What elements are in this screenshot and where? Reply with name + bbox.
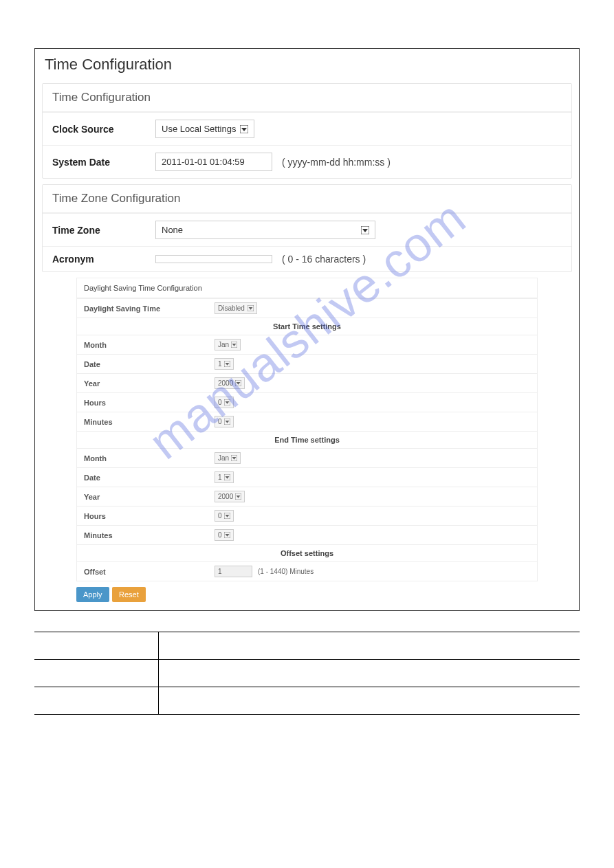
offset-row: Offset 1 (1 - 1440) Minutes [77,561,537,581]
start-month-label: Month [84,341,215,349]
offset-hint: (1 - 1440) Minutes [258,568,314,575]
end-minutes-value: 0 [218,531,222,539]
reset-button[interactable]: Reset [112,587,146,602]
acronym-input[interactable] [155,255,272,263]
clock-source-row: Clock Source Use Local Settings [43,112,571,145]
offset-label: Offset [84,568,215,576]
system-date-label: System Date [52,157,155,168]
clock-source-value: Use Local Settings [162,124,236,134]
end-year-select[interactable]: 2000 [215,491,245,502]
dst-mode-select[interactable]: Disabled [215,302,257,314]
offset-heading: Offset settings [77,544,537,561]
start-month-row: Month Jan [77,335,537,354]
table-row [34,660,580,687]
start-time-heading: Start Time settings [77,318,537,335]
end-year-value: 2000 [218,493,233,500]
timezone-label: Time Zone [52,225,155,236]
start-hours-select[interactable]: 0 [215,397,234,408]
start-year-select[interactable]: 2000 [215,377,245,389]
end-minutes-select[interactable]: 0 [215,529,234,541]
time-config-panel: Time Configuration Clock Source Use Loca… [42,83,572,179]
start-hours-value: 0 [218,399,222,406]
start-month-value: Jan [218,341,229,348]
end-hours-row: Hours 0 [77,506,537,525]
config-screenshot: manualshive.com Time Configuration Time … [34,48,580,611]
chevron-down-icon [231,455,237,461]
chevron-down-icon [224,399,230,405]
end-date-value: 1 [218,474,222,481]
system-date-row: System Date 2011-01-01 01:04:59 ( yyyy-m… [43,145,571,178]
chevron-down-icon [235,380,241,386]
dst-mode-value: Disabled [218,304,245,312]
timezone-panel: Time Zone Configuration Time Zone None A… [42,184,572,272]
chevron-down-icon [235,493,241,500]
end-month-label: Month [84,454,215,463]
start-year-label: Year [84,379,215,388]
chevron-down-icon [240,125,248,133]
start-minutes-value: 0 [218,418,222,425]
end-date-select[interactable]: 1 [215,471,234,483]
dst-panel: Daylight Saving Time Configuration Dayli… [76,278,538,581]
end-month-value: Jan [218,454,229,462]
start-hours-label: Hours [84,399,215,407]
page-title: Time Configuration [35,49,579,79]
timezone-heading: Time Zone Configuration [43,185,571,213]
end-date-label: Date [84,474,215,482]
dst-mode-label: Daylight Saving Time [84,304,215,313]
chevron-down-icon [231,342,237,348]
start-date-select[interactable]: 1 [215,358,234,370]
chevron-down-icon [224,419,230,425]
start-year-value: 2000 [218,379,233,387]
end-hours-select[interactable]: 0 [215,510,234,522]
table-row [34,687,580,715]
system-date-hint: ( yyyy-mm-dd hh:mm:ss ) [282,157,391,168]
end-date-row: Date 1 [77,467,537,487]
start-date-value: 1 [218,360,222,368]
button-row: Apply Reset [76,587,538,602]
dst-heading: Daylight Saving Time Configuration [77,278,537,298]
table-cell [158,660,580,687]
timezone-select[interactable]: None [155,221,375,239]
table-cell [34,632,158,660]
start-month-select[interactable]: Jan [215,339,241,350]
end-year-row: Year 2000 [77,487,537,506]
timezone-row: Time Zone None [43,213,571,246]
end-month-select[interactable]: Jan [215,452,241,464]
start-year-row: Year 2000 [77,373,537,392]
chevron-down-icon [224,474,230,480]
end-hours-value: 0 [218,512,222,520]
end-month-row: Month Jan [77,448,537,467]
clock-source-select[interactable]: Use Local Settings [155,120,254,138]
end-hours-label: Hours [84,512,215,520]
clock-source-label: Clock Source [52,124,155,135]
chevron-down-icon [224,361,230,367]
start-minutes-row: Minutes 0 [77,412,537,431]
end-minutes-row: Minutes 0 [77,525,537,544]
chevron-down-icon [248,305,254,311]
start-minutes-label: Minutes [84,418,215,426]
chevron-down-icon [224,532,230,538]
table-cell [158,632,580,660]
time-config-heading: Time Configuration [43,84,571,112]
dst-mode-row: Daylight Saving Time Disabled [77,298,537,318]
acronym-row: Acronym ( 0 - 16 characters ) [43,246,571,271]
end-minutes-label: Minutes [84,531,215,539]
start-minutes-select[interactable]: 0 [215,416,234,427]
acronym-hint: ( 0 - 16 characters ) [282,254,366,265]
chevron-down-icon [361,226,369,234]
start-date-row: Date 1 [77,354,537,373]
start-date-label: Date [84,360,215,368]
end-year-label: Year [84,493,215,501]
table-cell [158,687,580,715]
acronym-label: Acronym [52,254,155,265]
system-date-input[interactable]: 2011-01-01 01:04:59 [155,153,272,171]
table-cell [34,687,158,715]
apply-button[interactable]: Apply [76,587,109,602]
table-row [34,632,580,660]
chevron-down-icon [224,513,230,519]
reference-table [34,632,580,715]
timezone-value: None [162,225,183,235]
table-cell [34,660,158,687]
end-time-heading: End Time settings [77,431,537,448]
offset-input[interactable]: 1 [215,566,252,577]
